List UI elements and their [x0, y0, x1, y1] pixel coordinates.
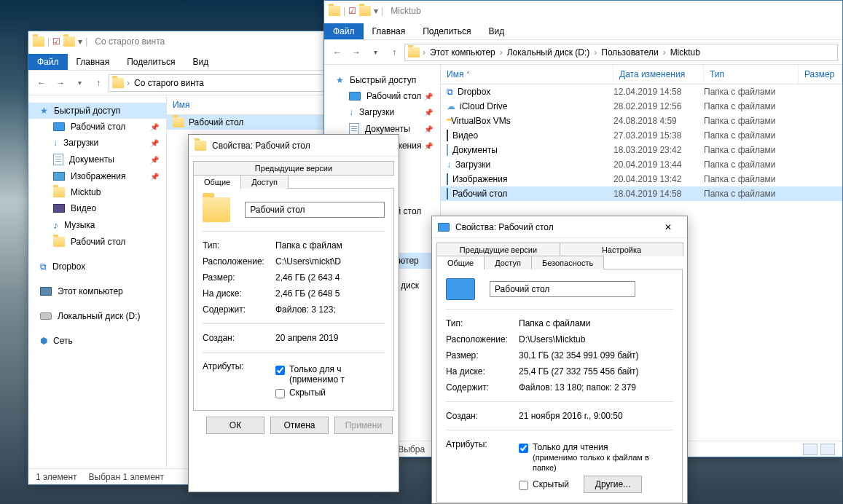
qat-dropdown-icon[interactable]: ▾ [78, 36, 82, 47]
sidebar-item-desktop[interactable]: Рабочий стол📌 [28, 119, 166, 135]
sidebar-item-micktub[interactable]: Micktub [28, 184, 166, 200]
checkbox-readonly[interactable]: Только для чтения(применимо только к фай… [519, 442, 673, 473]
sidebar-this-pc[interactable]: Этот компьютер [28, 283, 166, 299]
tab-sharing[interactable]: Доступ [484, 256, 532, 269]
checkbox-readonly[interactable]: Только для ч(применимо т [275, 364, 385, 385]
tab-share[interactable]: Поделиться [414, 23, 479, 39]
up-button[interactable]: ↑ [90, 74, 107, 92]
file-row[interactable]: ☁iCloud Drive28.02.2019 12:56Папка с фай… [441, 99, 842, 114]
chevron-right-icon: › [663, 47, 666, 58]
sidebar-item-pictures[interactable]: Изображения📌 [28, 168, 166, 184]
qat-dropdown-icon[interactable]: ▾ [374, 6, 378, 16]
tab-home[interactable]: Главная [364, 23, 415, 39]
dialog-titlebar[interactable]: Свойства: Рабочий стол ✕ [432, 216, 687, 238]
up-button[interactable]: ↑ [385, 44, 403, 61]
tab-home[interactable]: Главная [68, 54, 119, 70]
ok-button[interactable]: ОК [206, 417, 264, 434]
checkbox-hidden[interactable]: Скрытый [275, 387, 385, 398]
tab-general[interactable]: Общие [193, 175, 241, 189]
sidebar-quick-access[interactable]: ★Быстрый доступ [324, 72, 440, 88]
tab-strip: Предыдущие версии Общие Доступ [189, 157, 399, 188]
tab-view[interactable]: Вид [184, 54, 217, 70]
folder-icon [408, 47, 420, 58]
column-header-date[interactable]: Дата изменения [613, 65, 704, 84]
desktop-icon [349, 92, 361, 101]
navigation-pane: ★ Быстрый доступ Рабочий стол📌 ↓Загрузки… [28, 95, 167, 468]
history-dropdown[interactable]: ▾ [71, 74, 88, 92]
address-bar[interactable]: › Этот компьютер › Локальный диск (D:) ›… [404, 44, 838, 61]
label-location: Расположение: [446, 334, 519, 344]
chevron-right-icon: › [127, 78, 130, 88]
sidebar-dropbox[interactable]: ⧉Dropbox [28, 259, 166, 275]
sidebar-item-documents[interactable]: Документы📌 [28, 151, 166, 168]
sidebar-local-disk[interactable]: Локальный диск (D:) [28, 308, 166, 324]
sidebar-item-desktop[interactable]: Рабочий стол📌 [324, 88, 440, 104]
tab-sharing[interactable]: Доступ [240, 175, 289, 189]
forward-button[interactable]: → [348, 44, 365, 61]
tab-customize[interactable]: Настройка [560, 243, 683, 256]
file-row[interactable]: ⧉Dropbox12.04.2019 14:58Папка с файлами [441, 84, 842, 99]
video-icon [53, 204, 65, 213]
sidebar-item-music[interactable]: ♪Музыка [28, 216, 166, 234]
file-row[interactable]: Изображения20.04.2019 13:42Папка с файла… [441, 172, 842, 186]
dialog-titlebar[interactable]: Свойства: Рабочий стол [189, 135, 399, 157]
value-type: Папка с файлам [275, 240, 385, 251]
tab-general[interactable]: Общие [436, 256, 485, 269]
img-icon [447, 174, 448, 184]
breadcrumb[interactable]: Пользователи [600, 47, 659, 58]
checkbox-hidden[interactable]: Скрытый [519, 479, 569, 490]
pin-icon: 📌 [424, 142, 433, 150]
column-header-name[interactable]: Имя ˄ [441, 65, 613, 84]
sidebar-network[interactable]: ⬢Сеть [28, 333, 166, 349]
value-contains: Файлов: 3 123; [275, 304, 385, 315]
value-created: 21 ноября 2016 г., 9:00:50 [519, 411, 673, 421]
tab-file[interactable]: Файл [28, 54, 68, 70]
close-button[interactable]: ✕ [655, 219, 681, 235]
sidebar-quick-access[interactable]: ★ Быстрый доступ [28, 103, 166, 119]
sidebar-item-downloads[interactable]: ↓Загрузки📌 [28, 135, 166, 151]
folder-name-input[interactable] [245, 202, 385, 218]
breadcrumb[interactable]: Micktub [669, 47, 702, 58]
window-title: Со старого винта [95, 36, 165, 47]
column-header-type[interactable]: Тип [704, 65, 799, 84]
file-row[interactable]: Рабочий стол18.04.2019 14:58Папка с файл… [441, 186, 842, 201]
document-icon [349, 123, 359, 135]
history-dropdown[interactable]: ▾ [366, 44, 384, 61]
label-type: Тип: [203, 240, 275, 251]
label-size: Размер: [446, 350, 519, 361]
file-row[interactable]: VirtualBox VMs24.08.2018 4:59Папка с фай… [441, 114, 842, 128]
value-size-on-disk: 2,46 ГБ (2 648 5 [275, 288, 385, 299]
sidebar-item-videos[interactable]: Видео [28, 200, 166, 216]
breadcrumb[interactable]: Со старого винта [133, 78, 205, 88]
advanced-button[interactable]: Другие... [584, 476, 642, 493]
breadcrumb[interactable]: Этот компьютер [428, 47, 497, 58]
document-icon [53, 154, 63, 165]
sidebar-item-desktop2[interactable]: Рабочий стол [28, 234, 166, 250]
back-button[interactable]: ← [329, 44, 346, 61]
cancel-button[interactable]: Отмена [270, 417, 329, 434]
tab-security[interactable]: Безопасность [531, 256, 604, 269]
value-contains: Файлов: 13 180; папок: 2 379 [519, 382, 673, 393]
divider: | [343, 6, 345, 16]
tab-previous-versions[interactable]: Предыдущие версии [436, 243, 560, 256]
view-icons-button[interactable] [820, 444, 835, 455]
apply-button[interactable]: Примени [334, 417, 393, 434]
file-row[interactable]: ↓Загрузки20.04.2019 13:44Папка с файлами [441, 157, 842, 172]
tab-share[interactable]: Поделиться [118, 54, 184, 70]
label-location: Расположение: [203, 256, 275, 267]
desktop-icon [446, 278, 475, 300]
tab-previous-versions[interactable]: Предыдущие версии [193, 161, 394, 176]
tab-file[interactable]: Файл [324, 23, 364, 39]
titlebar[interactable]: | ☑ ▾ | Micktub [324, 1, 842, 21]
tab-view[interactable]: Вид [479, 23, 513, 39]
back-button[interactable]: ← [33, 74, 50, 92]
breadcrumb[interactable]: Локальный диск (D:) [506, 47, 592, 58]
column-header-size[interactable]: Размер [799, 65, 842, 84]
file-row[interactable]: Видео27.03.2019 15:38Папка с файлами [441, 128, 842, 143]
file-row[interactable]: Документы18.03.2019 23:42Папка с файлами [441, 143, 842, 157]
label-contains: Содержит: [203, 304, 275, 315]
view-details-button[interactable] [803, 444, 817, 455]
forward-button[interactable]: → [52, 74, 69, 92]
folder-name-input[interactable] [490, 281, 635, 297]
sidebar-item-downloads[interactable]: ↓Загрузки📌 [324, 104, 440, 120]
